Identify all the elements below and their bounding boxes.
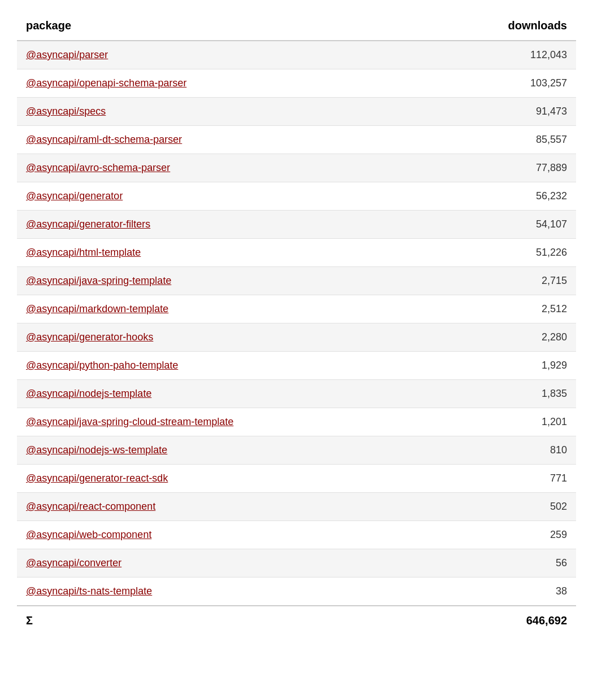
downloads-cell: 38 [434, 578, 576, 606]
table-container: package downloads @asyncapi/parser112,04… [0, 0, 593, 646]
table-header-row: package downloads [17, 11, 576, 41]
table-row: @asyncapi/web-component259 [17, 521, 576, 549]
package-cell: @asyncapi/java-spring-template [17, 267, 434, 295]
table-row: @asyncapi/openapi-schema-parser103,257 [17, 69, 576, 98]
downloads-cell: 1,835 [434, 380, 576, 408]
table-row: @asyncapi/html-template51,226 [17, 239, 576, 267]
table-row: @asyncapi/raml-dt-schema-parser85,557 [17, 126, 576, 154]
table-row: @asyncapi/parser112,043 [17, 41, 576, 69]
table-row: @asyncapi/generator-hooks2,280 [17, 323, 576, 352]
package-link[interactable]: @asyncapi/generator-react-sdk [26, 473, 168, 484]
package-link[interactable]: @asyncapi/converter [26, 557, 121, 568]
package-cell: @asyncapi/generator-react-sdk [17, 465, 434, 493]
downloads-cell: 502 [434, 493, 576, 521]
package-cell: @asyncapi/specs [17, 98, 434, 126]
table-row: @asyncapi/java-spring-template2,715 [17, 267, 576, 295]
table-footer-row: Σ 646,692 [17, 606, 576, 635]
footer-total: 646,692 [434, 606, 576, 635]
package-cell: @asyncapi/converter [17, 549, 434, 578]
package-link[interactable]: @asyncapi/html-template [26, 247, 141, 258]
footer-label: Σ [17, 606, 434, 635]
table-row: @asyncapi/generator-filters54,107 [17, 211, 576, 239]
table-row: @asyncapi/converter56 [17, 549, 576, 578]
package-link[interactable]: @asyncapi/generator [26, 190, 123, 202]
downloads-cell: 51,226 [434, 239, 576, 267]
downloads-cell: 56 [434, 549, 576, 578]
table-row: @asyncapi/specs91,473 [17, 98, 576, 126]
downloads-cell: 1,201 [434, 408, 576, 436]
package-link[interactable]: @asyncapi/generator-hooks [26, 331, 153, 343]
package-cell: @asyncapi/ts-nats-template [17, 578, 434, 606]
table-row: @asyncapi/nodejs-ws-template810 [17, 436, 576, 465]
package-cell: @asyncapi/avro-schema-parser [17, 154, 434, 182]
package-cell: @asyncapi/web-component [17, 521, 434, 549]
table-row: @asyncapi/react-component502 [17, 493, 576, 521]
table-row: @asyncapi/nodejs-template1,835 [17, 380, 576, 408]
package-cell: @asyncapi/markdown-template [17, 295, 434, 323]
package-link[interactable]: @asyncapi/specs [26, 106, 106, 117]
table-row: @asyncapi/java-spring-cloud-stream-templ… [17, 408, 576, 436]
table-row: @asyncapi/avro-schema-parser77,889 [17, 154, 576, 182]
package-link[interactable]: @asyncapi/raml-dt-schema-parser [26, 134, 182, 145]
package-cell: @asyncapi/openapi-schema-parser [17, 69, 434, 98]
package-header: package [17, 11, 434, 41]
package-link[interactable]: @asyncapi/generator-filters [26, 218, 150, 230]
table-row: @asyncapi/generator-react-sdk771 [17, 465, 576, 493]
downloads-cell: 77,889 [434, 154, 576, 182]
package-link[interactable]: @asyncapi/react-component [26, 501, 155, 512]
downloads-cell: 259 [434, 521, 576, 549]
package-cell: @asyncapi/generator-filters [17, 211, 434, 239]
table-row: @asyncapi/ts-nats-template38 [17, 578, 576, 606]
package-cell: @asyncapi/parser [17, 41, 434, 69]
package-link[interactable]: @asyncapi/ts-nats-template [26, 585, 152, 597]
package-link[interactable]: @asyncapi/markdown-template [26, 303, 168, 314]
downloads-cell: 2,512 [434, 295, 576, 323]
package-link[interactable]: @asyncapi/nodejs-template [26, 388, 151, 399]
table-row: @asyncapi/generator56,232 [17, 182, 576, 211]
downloads-cell: 2,280 [434, 323, 576, 352]
package-cell: @asyncapi/java-spring-cloud-stream-templ… [17, 408, 434, 436]
package-cell: @asyncapi/html-template [17, 239, 434, 267]
table-row: @asyncapi/python-paho-template1,929 [17, 352, 576, 380]
package-link[interactable]: @asyncapi/python-paho-template [26, 360, 178, 371]
package-link[interactable]: @asyncapi/openapi-schema-parser [26, 77, 186, 89]
downloads-cell: 2,715 [434, 267, 576, 295]
package-cell: @asyncapi/nodejs-ws-template [17, 436, 434, 465]
package-link[interactable]: @asyncapi/avro-schema-parser [26, 162, 170, 173]
downloads-cell: 112,043 [434, 41, 576, 69]
package-cell: @asyncapi/react-component [17, 493, 434, 521]
package-cell: @asyncapi/generator-hooks [17, 323, 434, 352]
package-link[interactable]: @asyncapi/java-spring-template [26, 275, 171, 286]
downloads-cell: 56,232 [434, 182, 576, 211]
package-link[interactable]: @asyncapi/parser [26, 49, 108, 60]
package-link[interactable]: @asyncapi/web-component [26, 529, 151, 540]
package-cell: @asyncapi/python-paho-template [17, 352, 434, 380]
package-cell: @asyncapi/raml-dt-schema-parser [17, 126, 434, 154]
package-cell: @asyncapi/generator [17, 182, 434, 211]
downloads-cell: 771 [434, 465, 576, 493]
package-cell: @asyncapi/nodejs-template [17, 380, 434, 408]
downloads-header: downloads [434, 11, 576, 41]
downloads-table: package downloads @asyncapi/parser112,04… [17, 11, 576, 635]
table-row: @asyncapi/markdown-template2,512 [17, 295, 576, 323]
downloads-cell: 91,473 [434, 98, 576, 126]
package-link[interactable]: @asyncapi/java-spring-cloud-stream-templ… [26, 416, 233, 427]
downloads-cell: 103,257 [434, 69, 576, 98]
downloads-cell: 810 [434, 436, 576, 465]
downloads-cell: 1,929 [434, 352, 576, 380]
package-link[interactable]: @asyncapi/nodejs-ws-template [26, 444, 167, 456]
downloads-cell: 54,107 [434, 211, 576, 239]
downloads-cell: 85,557 [434, 126, 576, 154]
